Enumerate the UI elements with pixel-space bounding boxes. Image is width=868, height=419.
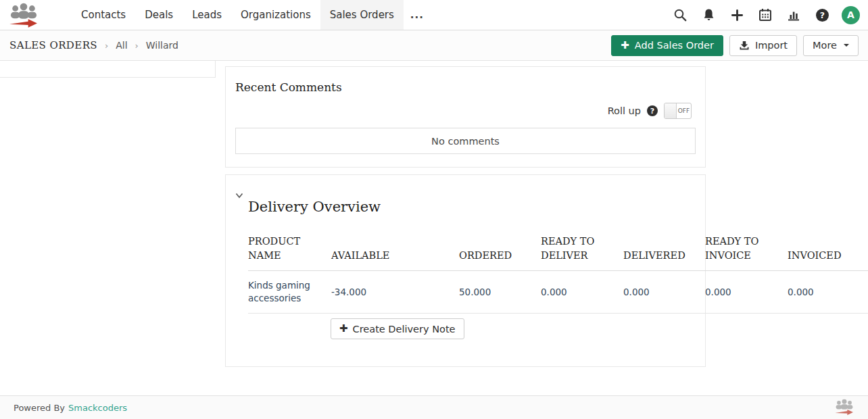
add-sales-order-label: Add Sales Order (635, 40, 714, 51)
toggle-state-label: OFF (677, 103, 691, 118)
more-modules-ellipsis-icon[interactable]: ... (404, 0, 431, 30)
plus-icon: ✚ (339, 324, 348, 334)
caret-down-icon (844, 44, 849, 47)
breadcrumb-record: Willard (146, 40, 178, 51)
breadcrumb: SALES ORDERS › All › Willard (9, 39, 178, 51)
notifications-bell-icon[interactable] (694, 0, 723, 30)
recent-comments-title: Recent Comments (235, 80, 696, 95)
import-label: Import (755, 40, 788, 51)
col-header-invoiced: INVOICED (788, 235, 868, 271)
nav-item-deals[interactable]: Deals (135, 0, 183, 30)
nav-item-sales-orders[interactable]: Sales Orders (320, 0, 404, 30)
breadcrumb-list-all[interactable]: All (116, 40, 127, 51)
search-icon[interactable] (666, 0, 694, 30)
col-header-ordered: ORDERED (459, 235, 541, 271)
footer-people-logo-icon (834, 398, 854, 418)
nav-item-contacts[interactable]: Contacts (72, 0, 135, 30)
plus-icon: ✚ (621, 41, 629, 51)
cell-available: -34.000 (331, 271, 459, 314)
rollup-label: Roll up (608, 105, 641, 116)
rollup-help-icon[interactable]: ? (647, 105, 658, 116)
col-header-ready-to-invoice: READY TO INVOICE (705, 235, 788, 271)
svg-text:?: ? (819, 9, 824, 20)
col-header-available: AVAILABLE (331, 235, 459, 271)
create-delivery-note-label: Create Delivery Note (353, 324, 456, 335)
recent-comments-widget: Recent Comments Roll up ? OFF No comment… (225, 66, 706, 168)
cell-ordered: 50.000 (459, 271, 541, 314)
delivery-table-row: Kinds gaming accessories -34.000 50.000 … (248, 271, 868, 314)
top-navbar: Contacts Deals Leads Organizations Sales… (0, 0, 868, 30)
no-comments-message: No comments (235, 128, 696, 154)
rollup-row: Roll up ? OFF (239, 103, 692, 119)
breadcrumb-module[interactable]: SALES ORDERS (9, 39, 97, 51)
page-footer: Powered By Smackcoders (0, 395, 868, 419)
app-logo[interactable] (8, 0, 39, 30)
user-avatar[interactable]: A (842, 6, 860, 24)
nav-item-leads[interactable]: Leads (183, 0, 231, 30)
toolbar-actions: ✚ Add Sales Order Import More (611, 35, 859, 56)
col-header-product-name: PRODUCT NAME (248, 235, 331, 271)
help-icon[interactable]: ? (808, 0, 836, 30)
create-delivery-note-button[interactable]: ✚ Create Delivery Note (331, 318, 464, 339)
cell-delivered: 0.000 (623, 271, 705, 314)
import-button[interactable]: Import (729, 35, 797, 56)
nav-item-organizations[interactable]: Organizations (231, 0, 320, 30)
breadcrumb-separator-icon: › (135, 41, 139, 51)
main-content: Recent Comments Roll up ? OFF No comment… (0, 61, 868, 395)
delivery-table-header-row: PRODUCT NAME AVAILABLE ORDERED READY TO … (248, 235, 868, 271)
collapse-chevron-down-icon[interactable] (235, 189, 243, 201)
delivery-overview-widget: Delivery Overview PRODUCT NAME AVAILABLE… (225, 174, 706, 367)
import-download-icon (739, 40, 750, 51)
cell-invoiced: 0.000 (788, 271, 868, 314)
left-summary-panel (0, 61, 216, 78)
rollup-toggle[interactable]: OFF (664, 103, 692, 119)
toggle-knob (665, 103, 677, 118)
delivery-overview-title: Delivery Overview (248, 197, 705, 216)
cell-product-name: Kinds gaming accessories (248, 271, 331, 314)
navbar-actions: ? A (666, 0, 860, 30)
reports-chart-icon[interactable] (779, 0, 808, 30)
more-button[interactable]: More (803, 35, 859, 56)
calendar-icon[interactable] (751, 0, 779, 30)
crm-people-logo-icon (8, 1, 39, 28)
cell-ready-to-deliver: 0.000 (541, 271, 623, 314)
more-label: More (813, 40, 837, 51)
quick-create-plus-icon[interactable] (723, 0, 751, 30)
add-sales-order-button[interactable]: ✚ Add Sales Order (611, 35, 723, 56)
breadcrumb-toolbar: SALES ORDERS › All › Willard ✚ Add Sales… (0, 30, 868, 61)
smackcoders-link[interactable]: Smackcoders (68, 403, 127, 413)
powered-by-label: Powered By (14, 403, 65, 413)
col-header-delivered: DELIVERED (623, 235, 705, 271)
col-header-ready-to-deliver: READY TO DELIVER (541, 235, 623, 271)
cell-ready-to-invoice: 0.000 (705, 271, 788, 314)
delivery-table: PRODUCT NAME AVAILABLE ORDERED READY TO … (248, 235, 868, 314)
breadcrumb-separator-icon: › (105, 41, 108, 51)
main-menu: Contacts Deals Leads Organizations Sales… (72, 0, 431, 30)
